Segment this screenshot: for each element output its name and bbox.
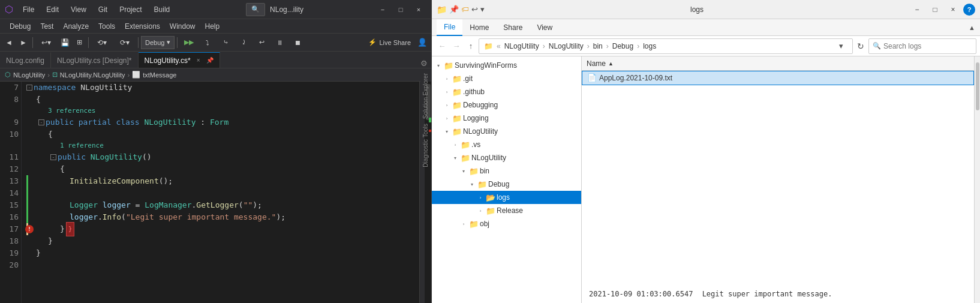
menu-window[interactable]: Window bbox=[165, 20, 200, 33]
tree-item-git[interactable]: › 📁 .git bbox=[432, 72, 581, 85]
ribbon-tab-file[interactable]: File bbox=[437, 19, 462, 36]
tab-nlogutility-cs[interactable]: NLogUtility.cs* × 📌 bbox=[139, 52, 220, 68]
tree-label: bin bbox=[480, 167, 579, 175]
menu-help[interactable]: Help bbox=[200, 20, 225, 33]
tree-item-survivingwinforms[interactable]: ▾ 📁 SurvivingWinForms bbox=[432, 59, 581, 72]
tree-label: NLogUtility bbox=[471, 154, 579, 162]
menu-edit[interactable]: Edit bbox=[41, 3, 64, 16]
live-share-button[interactable]: ⚡ Live Share bbox=[365, 38, 414, 46]
editor-main: 7 8 9 10 11 12 13 14 15 16 17 18 19 20 bbox=[0, 82, 419, 303]
explorer-close-button[interactable]: × bbox=[945, 4, 961, 16]
column-name[interactable]: Name ▲ bbox=[587, 59, 969, 68]
menu-extensions[interactable]: Extensions bbox=[120, 20, 165, 33]
toolbar-save-btn[interactable]: 💾 bbox=[58, 36, 71, 49]
toolbar-undo-btn[interactable]: ⟲▾ bbox=[91, 36, 113, 49]
menu-project[interactable]: Project bbox=[115, 3, 146, 16]
toolbar-step2-btn[interactable]: ⤷ bbox=[217, 36, 234, 49]
tree-item-debug[interactable]: ▾ 📁 Debug bbox=[432, 178, 581, 191]
vs-search-box[interactable]: 🔍 bbox=[246, 3, 265, 16]
tab-pin-icon[interactable]: 📌 bbox=[206, 57, 214, 64]
address-part-2[interactable]: NLogUtility bbox=[549, 42, 584, 50]
tree-item-debugging[interactable]: › 📁 Debugging bbox=[432, 98, 581, 112]
address-part-3[interactable]: bin bbox=[593, 42, 603, 50]
log-preview: 2021-10-09 01:03:00.6547 Legit super imp… bbox=[582, 285, 974, 303]
toolbar-save-all-btn[interactable]: ⊞ bbox=[73, 36, 86, 49]
vs-minimize-button[interactable]: − bbox=[375, 4, 390, 16]
menu-tools[interactable]: Tools bbox=[94, 20, 120, 33]
menu-file[interactable]: File bbox=[18, 3, 39, 16]
tree-item-nlogutility-2[interactable]: ▾ 📁 NLogUtility bbox=[432, 151, 581, 164]
toolbar-redo-btn[interactable]: ⟳▾ bbox=[114, 36, 136, 49]
nav-forward-button[interactable]: → bbox=[450, 40, 463, 53]
refresh-button[interactable]: ↻ bbox=[854, 40, 867, 53]
diagnostic-tools-label[interactable]: Diagnostic Tools bbox=[421, 121, 430, 170]
expand-icon: › bbox=[459, 220, 468, 228]
tree-item-release[interactable]: › 📁 Release bbox=[432, 204, 581, 217]
breadcrumb-class[interactable]: NLogUtility.NLogUtility bbox=[60, 71, 125, 79]
collapse-9[interactable]: - bbox=[38, 119, 44, 125]
file-item-applog[interactable]: 📄 AppLog.2021-10-09.txt bbox=[582, 71, 974, 85]
explorer-maximize-button[interactable]: □ bbox=[927, 4, 943, 16]
ribbon-chevron[interactable]: ▲ bbox=[969, 24, 975, 31]
tree-item-bin[interactable]: ▾ 📁 bin bbox=[432, 164, 581, 178]
menu-build[interactable]: Build bbox=[149, 3, 175, 16]
address-sep3: › bbox=[587, 42, 590, 50]
ribbon-tab-view[interactable]: View bbox=[530, 19, 560, 36]
tree-item-logs[interactable]: › 📂 logs bbox=[432, 191, 581, 204]
menu-debug[interactable]: Debug bbox=[5, 20, 35, 33]
solution-explorer-label[interactable]: Solution Explorer bbox=[421, 71, 430, 121]
collapse-11[interactable]: - bbox=[50, 154, 56, 160]
explorer-minimize-button[interactable]: − bbox=[909, 4, 925, 16]
search-input[interactable] bbox=[883, 42, 972, 50]
code-editor[interactable]: - namespace NLogUtility { 3 references - bbox=[22, 82, 419, 303]
breadcrumb-namespace[interactable]: NLogUtility bbox=[13, 71, 45, 79]
code-line-9: - public partial class NLogUtility : For… bbox=[26, 116, 414, 128]
address-part-5[interactable]: logs bbox=[643, 42, 656, 50]
folder-icon: 📁 bbox=[452, 74, 462, 83]
toolbar-forward-btn[interactable]: ► bbox=[17, 36, 30, 49]
address-bar[interactable]: 📁 « NLogUtility › NLogUtility › bin › De… bbox=[479, 38, 853, 54]
collapse-7[interactable]: - bbox=[26, 85, 32, 91]
address-part-4[interactable]: Debug bbox=[612, 42, 633, 50]
tab-close-icon[interactable]: × bbox=[194, 56, 203, 65]
toolbar-step4-btn[interactable]: ↩ bbox=[253, 36, 270, 49]
toolbar-step5-btn[interactable]: ⏸ bbox=[271, 36, 288, 49]
address-part-1[interactable]: NLogUtility bbox=[504, 42, 539, 50]
menu-analyze[interactable]: Analyze bbox=[58, 20, 94, 33]
tree-item-logging[interactable]: › 📁 Logging bbox=[432, 112, 581, 125]
tree-item-obj[interactable]: › 📁 obj bbox=[432, 217, 581, 230]
tree-item-vs[interactable]: › 📁 .vs bbox=[432, 138, 581, 151]
tree-item-github[interactable]: › 📁 .github bbox=[432, 85, 581, 98]
vs-panel: ⬡ File Edit View Git Project Build 🔍 NLo… bbox=[0, 0, 432, 303]
help-button[interactable]: ? bbox=[963, 4, 975, 16]
address-dropdown-button[interactable]: ▾ bbox=[834, 40, 847, 53]
toolbar-run-btn[interactable]: ▶▶ bbox=[180, 36, 198, 49]
vs-maximize-button[interactable]: □ bbox=[393, 4, 408, 16]
debug-config-dropdown[interactable]: Debug ▾ bbox=[141, 36, 175, 49]
breadcrumb-member[interactable]: txtMessage bbox=[143, 71, 176, 79]
toolbar-extra-btn[interactable]: 👤 bbox=[416, 36, 429, 49]
toolbar-back-btn[interactable]: ◄ bbox=[2, 36, 16, 49]
toolbar-step6-btn[interactable]: ⏹ bbox=[289, 36, 306, 49]
vs-close-button[interactable]: × bbox=[411, 4, 426, 16]
tab-settings-icon[interactable]: ⚙ bbox=[417, 59, 431, 68]
nav-up-button[interactable]: ↑ bbox=[464, 40, 477, 53]
ribbon-tab-share[interactable]: Share bbox=[496, 19, 530, 36]
nav-back-button[interactable]: ← bbox=[435, 40, 449, 53]
code-line-10: { bbox=[26, 128, 414, 140]
search-box[interactable]: 🔍 bbox=[868, 38, 976, 54]
tree-item-nlogutility-1[interactable]: ▾ 📁 NLogUtility bbox=[432, 125, 581, 138]
tree-label: .github bbox=[463, 88, 579, 96]
tab-nlog-config[interactable]: NLog.config bbox=[0, 52, 51, 68]
menu-test[interactable]: Test bbox=[35, 20, 58, 33]
toolbar-undo-group[interactable]: ↩▾ bbox=[35, 36, 57, 49]
explorer-scrollbar[interactable] bbox=[974, 56, 980, 303]
menu-git[interactable]: Git bbox=[94, 3, 112, 16]
toolbar-step3-btn[interactable]: ⤸ bbox=[235, 36, 252, 49]
toolbar-step-btn[interactable]: ⤵ bbox=[199, 36, 216, 49]
ribbon-tab-home[interactable]: Home bbox=[462, 19, 496, 36]
menu-view[interactable]: View bbox=[66, 3, 91, 16]
folder-icon: 📁 bbox=[469, 167, 479, 176]
down-arrow-icon: ▾ bbox=[480, 5, 485, 14]
tab-nlogutility-design[interactable]: NLogUtility.cs [Design]* bbox=[51, 52, 139, 68]
